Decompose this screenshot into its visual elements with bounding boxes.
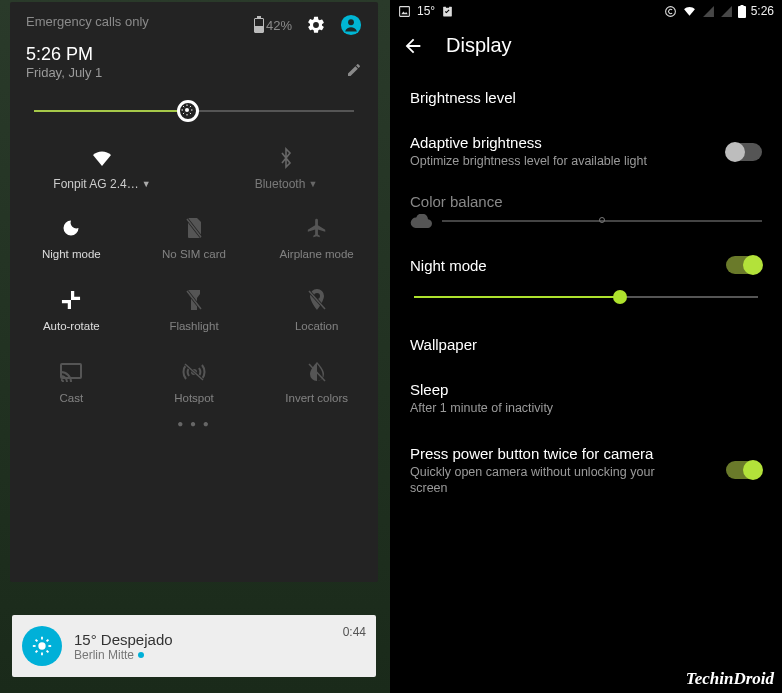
svg-line-29: [36, 651, 38, 653]
user-avatar-icon[interactable]: [340, 14, 362, 36]
svg-rect-35: [738, 6, 746, 18]
location-tile[interactable]: Location: [255, 280, 378, 344]
cloud-icon: [410, 214, 432, 228]
night-mode-toggle[interactable]: [726, 256, 762, 274]
no-sim-tile[interactable]: No SIM card: [133, 208, 256, 272]
notification-title: 15° Despejado: [74, 631, 343, 648]
quick-settings-drawer: Emergency calls only 42% 5:26 PM Friday,…: [10, 2, 378, 582]
edit-pencil-icon[interactable]: [346, 62, 362, 78]
chevron-down-icon: ▼: [308, 179, 317, 189]
hotspot-tile[interactable]: Hotspot: [133, 352, 256, 416]
clock-date[interactable]: Friday, July 1: [26, 65, 102, 80]
signal-icon: [720, 5, 733, 18]
page-indicator: ● ● ●: [10, 416, 378, 429]
svg-point-1: [348, 19, 354, 25]
svg-line-7: [183, 106, 184, 107]
svg-point-22: [38, 642, 45, 649]
wifi-label: Fonpit AG 2.4…: [53, 177, 138, 191]
svg-point-2: [185, 108, 189, 112]
svg-line-10: [189, 106, 190, 107]
setting-power-camera[interactable]: Press power button twice for camera Quic…: [410, 431, 762, 511]
brightness-slider[interactable]: [10, 88, 378, 122]
color-balance-slider: [442, 220, 762, 222]
flashlight-tile[interactable]: Flashlight: [133, 280, 256, 344]
notification-time: 0:44: [343, 625, 366, 639]
sun-icon: [22, 626, 62, 666]
wifi-icon: [682, 5, 697, 17]
bluetooth-label: Bluetooth: [255, 177, 306, 191]
battery-indicator: 42%: [254, 18, 292, 33]
setting-color-balance: Color balance: [410, 183, 762, 242]
svg-line-30: [47, 640, 49, 642]
invert-colors-tile[interactable]: Invert colors: [255, 352, 378, 416]
night-mode-tile[interactable]: Night mode: [10, 208, 133, 272]
battery-pct: 42%: [266, 18, 292, 33]
setting-brightness-level[interactable]: Brightness level: [410, 75, 762, 120]
quick-settings-screenshot: Emergency calls only 42% 5:26 PM Friday,…: [0, 0, 390, 693]
drawer-header: Emergency calls only 42%: [10, 2, 378, 40]
display-settings-screenshot: 15° 5:26 Display Brightness level Adapti…: [390, 0, 782, 693]
status-temp: 15°: [417, 4, 435, 18]
adaptive-brightness-toggle[interactable]: [726, 143, 762, 161]
power-camera-toggle[interactable]: [726, 461, 762, 479]
setting-adaptive-brightness[interactable]: Adaptive brightness Optimize brightness …: [410, 120, 762, 183]
bluetooth-tile[interactable]: Bluetooth▼: [194, 132, 378, 200]
svg-line-9: [183, 113, 184, 114]
network-status-text: Emergency calls only: [26, 14, 149, 36]
status-bar: 15° 5:26: [390, 0, 782, 22]
setting-wallpaper[interactable]: Wallpaper: [410, 322, 762, 367]
svg-rect-31: [400, 6, 410, 16]
auto-rotate-tile[interactable]: Auto-rotate: [10, 280, 133, 344]
svg-rect-33: [446, 5, 449, 7]
svg-line-8: [189, 113, 190, 114]
status-dot-icon: [138, 652, 144, 658]
svg-line-27: [36, 640, 38, 642]
notification-place: Berlin Mitte: [74, 648, 134, 662]
battery-icon: [738, 5, 746, 18]
app-bar: Display: [390, 22, 782, 67]
svg-point-34: [665, 6, 675, 16]
time-date-row: 5:26 PM Friday, July 1: [10, 40, 378, 88]
setting-night-mode[interactable]: Night mode: [410, 242, 762, 322]
settings-list: Brightness level Adaptive brightness Opt…: [390, 67, 782, 510]
chevron-down-icon: ▼: [142, 179, 151, 189]
image-icon: [398, 5, 411, 18]
weather-notification[interactable]: 15° Despejado Berlin Mitte 0:44: [12, 615, 376, 677]
setting-sleep[interactable]: Sleep After 1 minute of inactivity: [410, 367, 762, 430]
watermark-text: TechinDroid: [686, 669, 774, 689]
svg-line-28: [47, 651, 49, 653]
settings-gear-icon[interactable]: [306, 15, 326, 35]
clock-time[interactable]: 5:26 PM: [26, 44, 102, 65]
cc-icon: [664, 5, 677, 18]
assignment-icon: [441, 5, 454, 18]
page-title: Display: [446, 34, 512, 57]
airplane-mode-tile[interactable]: Airplane mode: [255, 208, 378, 272]
wifi-tile[interactable]: Fonpit AG 2.4…▼: [10, 132, 194, 200]
status-clock: 5:26: [751, 4, 774, 18]
svg-rect-36: [740, 5, 743, 7]
signal-icon: [702, 5, 715, 18]
cast-tile[interactable]: Cast: [10, 352, 133, 416]
night-mode-slider[interactable]: [410, 274, 762, 308]
back-arrow-icon[interactable]: [402, 35, 424, 57]
